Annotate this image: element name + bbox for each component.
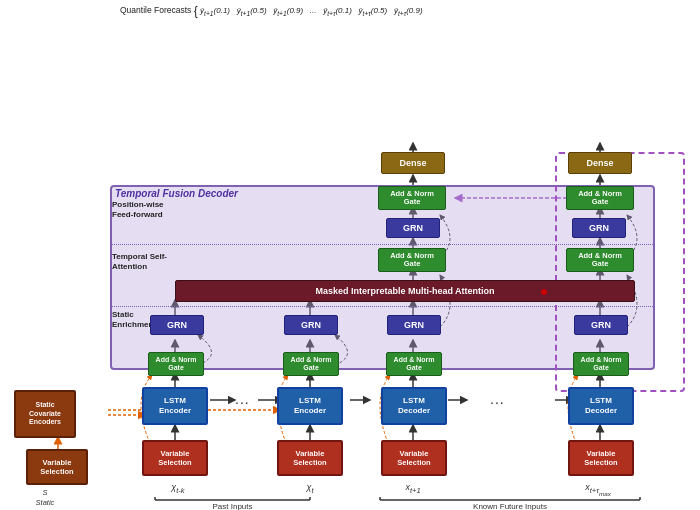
add-norm-lstm-2: Add & Norm Gate	[283, 352, 339, 376]
varsel-2: Variable Selection	[277, 440, 343, 476]
static-varsel: Variable Selection	[26, 449, 88, 485]
dots-future: ···	[490, 394, 505, 410]
causal-mask-dot	[541, 289, 547, 295]
grn-positionwise-1: GRN	[386, 218, 440, 238]
add-norm-top-2: Add & Norm Gate	[566, 186, 634, 210]
varsel-4: Variable Selection	[568, 440, 634, 476]
add-norm-temporal-2: Add & Norm Gate	[566, 248, 634, 272]
grn-static-4: GRN	[574, 315, 628, 335]
grn-static-2: GRN	[284, 315, 338, 335]
add-norm-lstm-3: Add & Norm Gate	[386, 352, 442, 376]
lstm-decoder-2: LSTM Decoder	[568, 387, 634, 425]
add-norm-top-1: Add & Norm Gate	[378, 186, 446, 210]
add-norm-lstm-1: Add & Norm Gate	[148, 352, 204, 376]
chi-t-k-label: χt-k	[148, 482, 208, 495]
x-t1-label: xt+1	[383, 482, 443, 495]
x-ttau-label: xt+τmax	[562, 482, 634, 496]
grn-positionwise-2: GRN	[572, 218, 626, 238]
grn-static-3: GRN	[387, 315, 441, 335]
varsel-1: Variable Selection	[142, 440, 208, 476]
lstm-encoder-1: LSTM Encoder	[142, 387, 208, 425]
quantile-header: Quantile Forecasts { ŷt+1(0.1) ŷt+1(0.5)…	[120, 4, 690, 18]
quantile-values: ŷt+1(0.1) ŷt+1(0.5) ŷt+1(0.9) ... ŷt+τ(0…	[200, 6, 422, 15]
tfd-separator-1	[112, 244, 655, 245]
diagram-container: Quantile Forecasts { ŷt+1(0.1) ŷt+1(0.5)…	[0, 0, 700, 510]
grn-static-1: GRN	[150, 315, 204, 335]
lstm-encoder-2: LSTM Encoder	[277, 387, 343, 425]
section-temporal-attention: Temporal Self-Attention	[112, 252, 172, 273]
quantile-brace: {	[194, 4, 198, 18]
tfd-title: Temporal Fusion Decoder	[115, 188, 238, 199]
tfd-separator-2	[112, 306, 655, 307]
dense-box-2: Dense	[568, 152, 632, 174]
quantile-label: Quantile Forecasts	[120, 5, 191, 15]
chi-t-label: χt	[280, 482, 340, 495]
add-norm-lstm-4: Add & Norm Gate	[573, 352, 629, 376]
known-future-label: Known Future Inputs	[380, 502, 640, 510]
dense-box-1: Dense	[381, 152, 445, 174]
lstm-decoder-1: LSTM Decoder	[381, 387, 447, 425]
static-metadata-label: S Static Metadata	[10, 488, 80, 510]
dots-past: ···	[235, 394, 250, 410]
past-inputs-label: Past Inputs	[155, 502, 310, 510]
section-position-wise: Position-wise Feed-forward	[112, 200, 172, 221]
varsel-3: Variable Selection	[381, 440, 447, 476]
add-norm-temporal-1: Add & Norm Gate	[378, 248, 446, 272]
attention-box: Masked Interpretable Multi-head Attentio…	[175, 280, 635, 302]
static-covariate-encoders: Static Covariate Encoders	[14, 390, 76, 438]
